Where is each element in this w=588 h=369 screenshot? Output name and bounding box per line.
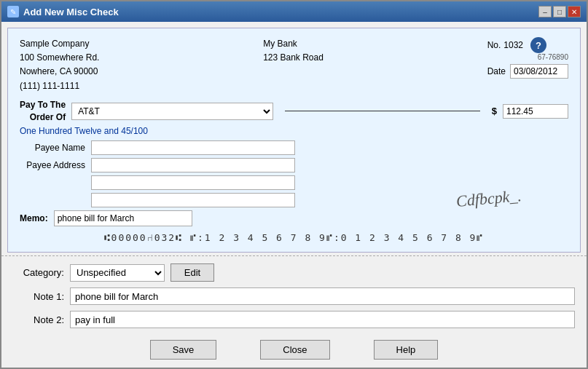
- bank-info: My Bank 123 Bank Road: [263, 37, 324, 65]
- category-select[interactable]: Unspecified Business Personal Utilities: [70, 264, 165, 282]
- category-label: Category:: [13, 267, 64, 278]
- company-address1: 100 Somewhere Rd.: [20, 51, 99, 65]
- payee-address-input1[interactable]: [91, 158, 295, 172]
- bank-name: My Bank: [263, 37, 324, 51]
- title-bar-controls: – □ ✕: [538, 6, 581, 17]
- bottom-section: Category: Unspecified Business Personal …: [1, 255, 587, 368]
- help-button[interactable]: Help: [374, 340, 439, 360]
- note1-input[interactable]: [70, 287, 575, 305]
- save-button[interactable]: Save: [150, 340, 217, 360]
- edit-button[interactable]: Edit: [170, 263, 214, 282]
- note2-row: Note 2:: [13, 311, 575, 328]
- micr-line: ⑆00000⑁032⑆ ⑈:1 2 3 4 5 6 7 8 9⑈:0 1 2 3…: [20, 232, 568, 243]
- close-button-main[interactable]: Close: [260, 340, 329, 360]
- maximize-button[interactable]: □: [553, 6, 566, 17]
- check-top: Sample Company 100 Somewhere Rd. Nowhere…: [20, 37, 568, 93]
- payee-name-label: Payee Name: [20, 143, 85, 153]
- pay-to-row: Pay To The Order Of AT&T $: [20, 99, 568, 124]
- help-icon[interactable]: ?: [530, 37, 546, 53]
- check-number-area: No. 1032 ? 67-76890 Date: [487, 37, 568, 79]
- check-number: 1032: [503, 40, 523, 50]
- category-row: Category: Unspecified Business Personal …: [13, 263, 575, 282]
- memo-row: Memo:: [20, 210, 568, 226]
- check-area: Sample Company 100 Somewhere Rd. Nowhere…: [7, 28, 581, 253]
- payee-address-label: Payee Address: [20, 160, 85, 170]
- note2-label: Note 2:: [13, 314, 64, 325]
- window-icon: ✎: [7, 6, 19, 17]
- written-amount: One Hundred Twelve and 45/100: [20, 126, 568, 136]
- date-label: Date: [487, 66, 506, 76]
- window-title: Add New Misc Check: [23, 7, 119, 17]
- bank-address: 123 Bank Road: [263, 51, 324, 65]
- company-name: Sample Company: [20, 37, 99, 51]
- amount-input[interactable]: [503, 104, 568, 119]
- window-content: Sample Company 100 Somewhere Rd. Nowhere…: [1, 22, 587, 368]
- company-address2: Nowhere, CA 90000: [20, 65, 99, 79]
- payee-address-row2: [20, 175, 568, 190]
- main-window: ✎ Add New Misc Check – □ ✕ Sample Compan…: [0, 0, 588, 369]
- date-row: Date: [487, 64, 568, 79]
- memo-input[interactable]: [54, 210, 192, 226]
- payee-address-input3[interactable]: [91, 193, 295, 207]
- pay-to-label: Pay To The Order Of: [20, 99, 66, 124]
- title-bar: ✎ Add New Misc Check – □ ✕: [1, 1, 587, 22]
- date-input[interactable]: [510, 64, 568, 79]
- memo-label: Memo:: [20, 213, 48, 223]
- payee-address-input2[interactable]: [91, 175, 295, 190]
- check-no-label: No.: [487, 40, 501, 50]
- title-bar-left: ✎ Add New Misc Check: [7, 6, 119, 17]
- note1-row: Note 1:: [13, 287, 575, 305]
- minimize-button[interactable]: –: [538, 6, 552, 17]
- micr-text: ⑆00000⑁032⑆ ⑈:1 2 3 4 5 6 7 8 9⑈:0 1 2 3…: [104, 232, 485, 243]
- company-phone: (111) 111-1111: [20, 79, 99, 93]
- payee-address-row1: Payee Address: [20, 158, 568, 172]
- company-info: Sample Company 100 Somewhere Rd. Nowhere…: [20, 37, 99, 93]
- routing-number: 67-76890: [487, 53, 568, 61]
- window-close-button[interactable]: ✕: [568, 6, 581, 17]
- payee-name-input[interactable]: [91, 140, 295, 155]
- note2-input[interactable]: [70, 311, 575, 328]
- button-row: Save Close Help: [13, 340, 575, 360]
- payee-and-sig: Payee Name Payee Address: [20, 140, 568, 207]
- note1-label: Note 1:: [13, 291, 64, 302]
- payee-name-row: Payee Name: [20, 140, 568, 155]
- payee-select[interactable]: AT&T: [71, 103, 273, 120]
- dollar-sign: $: [492, 106, 497, 116]
